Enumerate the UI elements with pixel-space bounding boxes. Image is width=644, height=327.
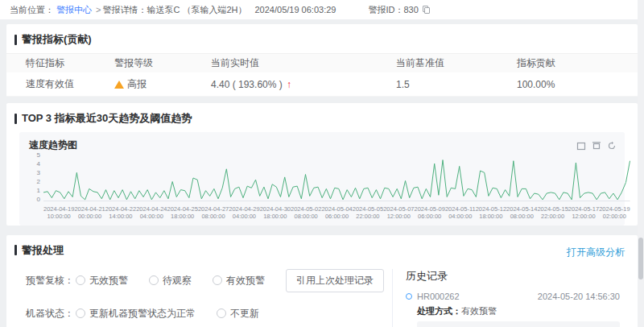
history-title: 历史记录	[406, 269, 620, 284]
y-tick-label: 4	[37, 160, 40, 168]
machine-status-label: 机器状态：	[26, 307, 76, 321]
radio-circle-icon	[213, 275, 222, 285]
x-tick-label: 2024-04-2100:00:00	[74, 205, 105, 221]
list-item: HR000262 2024-05-20 14:56:30 处理方式：有效预警 处…	[406, 292, 620, 327]
radio-invalid-alert[interactable]: 无效预警	[76, 274, 128, 288]
history-record-id: HR000262	[417, 292, 460, 301]
col-feature: 特征指标	[26, 56, 114, 70]
col-contribution: 指标贡献	[517, 56, 638, 70]
title-marker	[14, 245, 17, 255]
radio-circle-icon	[149, 275, 159, 285]
metrics-table: 特征指标 警报等级 当前实时值 当前基准值 指标贡献 速度有效值 高报 4.40…	[6, 53, 638, 97]
y-tick-label: 0	[37, 196, 40, 203]
x-tick-label: 2024-05-1104:00:00	[445, 205, 476, 221]
y-tick-label: 2	[37, 178, 40, 185]
x-tick-label: 2024-04-2214:00:00	[105, 205, 136, 221]
radio-circle-icon	[76, 308, 85, 318]
radio-circle-icon	[217, 308, 226, 318]
alarm-level: 高报	[127, 77, 147, 91]
title-marker	[14, 114, 17, 124]
history-panel: 历史记录 HR000262 2024-05-20 14:56:30 处理方式：有…	[392, 269, 638, 327]
data-zoom-icon[interactable]	[576, 141, 586, 151]
y-tick-label: 5	[37, 151, 40, 159]
history-note-box: 处理说明：	[417, 321, 620, 327]
review-row: 预警复核： 无效预警 待观察 有效预警 引用上次处理记录	[26, 269, 384, 292]
breadcrumb-separator: >	[96, 5, 101, 14]
baseline-value: 1.5	[396, 79, 517, 90]
metrics-table-header: 特征指标 警报等级 当前实时值 当前基准值 指标贡献	[6, 53, 638, 72]
x-tick-label: 2024-05-0906:00:00	[415, 205, 445, 221]
table-row: 速度有效值 高报 4.40 ( 193.60% ) ↑ 1.5 100.00%	[6, 72, 638, 97]
x-tick-label: 2024-05-0712:00:00	[383, 205, 414, 221]
x-tick-label: 2024-04-2518:00:00	[167, 205, 198, 221]
restore-icon[interactable]	[592, 141, 601, 151]
handling-panel: 警报处理 打开高级分析 预警复核： 无效预警 待观察 有效预警 引用上	[6, 235, 638, 327]
alarm-id-value: 830	[403, 5, 418, 14]
chart-x-axis: 2024-04-1910:00:002024-04-2100:00:002024…	[43, 205, 630, 221]
current-value: 4.40 ( 193.60% )	[211, 79, 283, 90]
quote-last-record-button[interactable]: 引用上次处理记录	[286, 269, 384, 292]
x-tick-label: 2024-05-0208:00:00	[291, 205, 321, 221]
chart-title: 速度趋势图	[26, 139, 77, 152]
x-tick-label: 2024-05-1522:00:00	[537, 205, 568, 221]
radio-observe[interactable]: 待观察	[149, 274, 192, 288]
feature-name: 速度有效值	[26, 77, 114, 91]
review-label: 预警复核：	[26, 274, 76, 288]
x-tick-label: 2024-05-1712:00:00	[568, 205, 599, 221]
breadcrumb-bar: 当前位置： 警报中心 > 警报详情：输送泵C （泵输入端2H） 2024/05/…	[0, 0, 644, 19]
history-method-value: 有效预警	[461, 306, 497, 316]
history-record-time: 2024-05-20 14:56:30	[538, 292, 620, 301]
col-level: 警报等级	[114, 56, 211, 70]
advanced-analysis-link[interactable]: 打开高级分析	[567, 246, 625, 259]
warning-triangle-icon	[114, 81, 124, 89]
refresh-icon[interactable]	[607, 141, 617, 151]
breadcrumb-prefix: 当前位置：	[10, 4, 54, 16]
trend-panel: TOP 3 指标最近30天趋势及阈值趋势 速度趋势图 543210 2024-0…	[6, 103, 638, 226]
alarm-timestamp: 2024/05/19 06:03:29	[255, 5, 336, 14]
history-marker-icon	[406, 293, 412, 300]
y-tick-label: 3	[37, 169, 40, 176]
breadcrumb-detail: 警报详情：输送泵C （泵输入端2H）	[102, 4, 246, 16]
x-tick-label: 2024-05-1902:00:00	[599, 205, 630, 221]
history-method-label: 处理方式：	[417, 306, 461, 316]
machine-status-row: 机器状态： 更新机器预警状态为正常 不更新	[26, 307, 384, 321]
chart-toolbox	[576, 141, 617, 151]
metrics-section-title: 警报指标(贡献)	[6, 31, 638, 53]
title-marker	[14, 35, 17, 45]
x-tick-label: 2024-05-1218:00:00	[476, 205, 506, 221]
radio-no-update[interactable]: 不更新	[217, 307, 259, 321]
trend-line	[43, 160, 630, 200]
col-current: 当前实时值	[211, 56, 396, 70]
x-tick-label: 2024-05-1408:00:00	[506, 205, 537, 221]
up-arrow-icon: ↑	[287, 79, 291, 90]
speed-trend-chart: 速度趋势图 543210 2024-04-1910:00:002024-04-2…	[19, 132, 625, 226]
chart-y-axis: 543210	[26, 151, 43, 203]
chart-plot-area	[43, 154, 630, 204]
x-tick-label: 2024-05-0406:00:00	[321, 205, 352, 221]
copy-icon[interactable]	[423, 6, 430, 14]
scrollbar-thumb[interactable]	[638, 238, 643, 279]
page-scrollbar[interactable]	[638, 0, 644, 327]
x-tick-label: 2024-05-0522:00:00	[353, 205, 383, 221]
y-tick-label: 1	[37, 187, 40, 194]
alarm-id-label: 警报ID：	[368, 4, 403, 16]
x-tick-label: 2024-04-2904:00:00	[229, 205, 259, 221]
contribution-value: 100.00%	[517, 79, 638, 90]
handling-form: 预警复核： 无效预警 待观察 有效预警 引用上次处理记录 机器状态：	[6, 269, 392, 327]
col-baseline: 当前基准值	[396, 56, 517, 70]
metrics-panel: 警报指标(贡献) 特征指标 警报等级 当前实时值 当前基准值 指标贡献 速度有效…	[6, 24, 638, 97]
handling-section-title: 警报处理	[6, 242, 76, 264]
x-tick-label: 2024-04-2708:00:00	[198, 205, 229, 221]
x-tick-label: 2024-04-2404:00:00	[136, 205, 167, 221]
breadcrumb-link-alarm-center[interactable]: 警报中心	[56, 4, 92, 16]
radio-update-machine-normal[interactable]: 更新机器预警状态为正常	[76, 307, 196, 321]
radio-circle-icon	[76, 275, 85, 285]
x-tick-label: 2024-04-3018:00:00	[260, 205, 291, 221]
radio-valid-alert[interactable]: 有效预警	[213, 274, 265, 288]
x-tick-label: 2024-04-1910:00:00	[43, 205, 74, 221]
trend-section-title: TOP 3 指标最近30天趋势及阈值趋势	[6, 110, 638, 132]
